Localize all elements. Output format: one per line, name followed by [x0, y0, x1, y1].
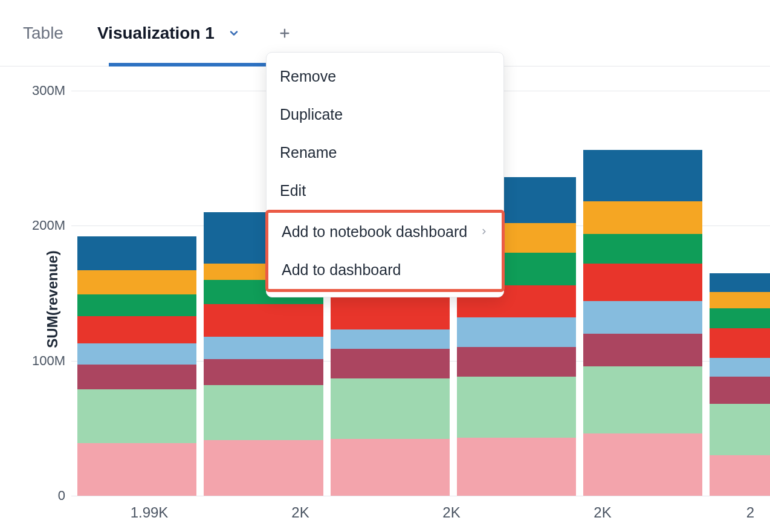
bar-segment [77, 316, 196, 343]
chevron-right-icon [480, 225, 488, 239]
bar-segment [204, 337, 323, 360]
bar-segment [710, 308, 769, 329]
bar-segment [710, 358, 769, 377]
x-tick-label: 1.99K [77, 496, 221, 532]
menu-item-edit[interactable]: Edit [267, 172, 503, 210]
tab-table[interactable]: Table [23, 24, 63, 43]
x-tick-label: 2K [228, 496, 372, 532]
y-tick-label: 300M [29, 83, 65, 99]
bar-segment [331, 378, 450, 440]
stacked-bar[interactable] [710, 273, 769, 496]
y-tick-label: 0 [29, 488, 65, 504]
bar-segment [710, 292, 769, 308]
bar-segment [77, 236, 196, 270]
bar-segment [77, 343, 196, 365]
y-tick-label: 200M [29, 218, 65, 233]
bar-segment [77, 443, 196, 496]
menu-item-rename[interactable]: Rename [267, 134, 503, 172]
bar-segment [331, 329, 450, 348]
bar-segment [204, 359, 323, 384]
bar-segment [583, 366, 702, 434]
bar-segment [583, 301, 702, 334]
bar-segment [331, 292, 450, 330]
bar-segment [583, 334, 702, 366]
menu-item-duplicate[interactable]: Duplicate [267, 96, 503, 134]
menu-item-add-to-dashboard[interactable]: Add to dashboard [268, 251, 502, 289]
bar-segment [77, 270, 196, 294]
bar-segment [583, 264, 702, 302]
bar-segment [77, 389, 196, 443]
bar-segment [77, 365, 196, 389]
chevron-down-icon[interactable] [225, 25, 242, 42]
add-tab-button[interactable] [276, 25, 293, 42]
stacked-bar[interactable] [583, 150, 702, 496]
bar-segment [710, 328, 769, 358]
bar-segment [710, 455, 769, 496]
bar-segment [204, 440, 323, 496]
tab-visualization-1[interactable]: Visualization 1 [97, 24, 215, 43]
bar-segment [77, 294, 196, 316]
bar-segment [457, 377, 576, 438]
bar-segment [710, 273, 769, 292]
bar-segment [331, 439, 450, 496]
bar-segment [583, 150, 702, 201]
bar-segment [457, 317, 576, 347]
menu-item-add-to-notebook-dashboard[interactable]: Add to notebook dashboard [268, 213, 502, 251]
tab-context-menu: Remove Duplicate Rename Edit Add to note… [266, 52, 504, 297]
bar-segment [457, 347, 576, 377]
y-tick-label: 100M [29, 353, 65, 369]
bar-segment [583, 234, 702, 264]
menu-item-remove[interactable]: Remove [267, 57, 503, 96]
bar-segment [583, 433, 702, 496]
bar-segment [583, 201, 702, 234]
bar-segment [204, 304, 323, 337]
stacked-bar[interactable] [77, 236, 196, 496]
menu-highlight-group: Add to notebook dashboard Add to dashboa… [265, 210, 505, 292]
bar-segment [331, 349, 450, 378]
x-tick-label: 2K [531, 496, 675, 532]
bar-segment [204, 385, 323, 441]
bar-segment [710, 404, 769, 455]
x-tick-label: 2 [682, 496, 754, 532]
x-tick-label: 2K [380, 496, 523, 532]
bar-segment [457, 438, 576, 496]
y-axis-label: SUM(revenue) [44, 250, 61, 348]
x-axis: 1.99K2K2K2K2 [71, 496, 770, 532]
bar-segment [710, 377, 769, 404]
